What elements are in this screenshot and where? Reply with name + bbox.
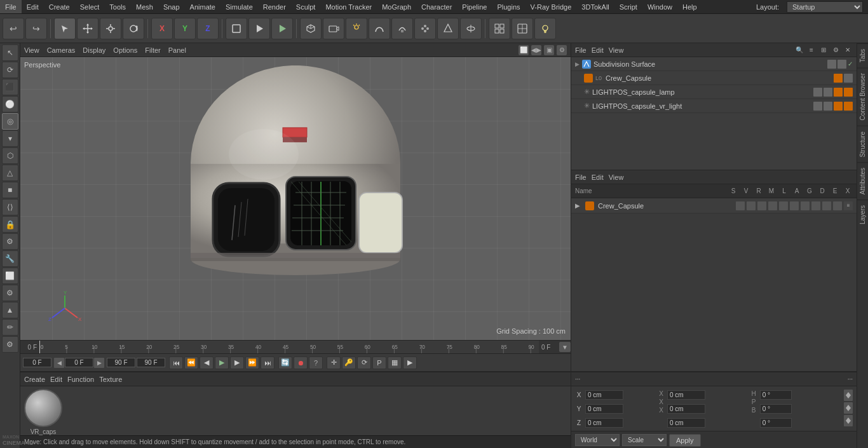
menu-sculpt[interactable]: Sculpt bbox=[291, 0, 321, 13]
left-tool-sq[interactable]: ■ bbox=[2, 182, 18, 198]
menu-vray[interactable]: V-Ray Bridge bbox=[526, 0, 577, 13]
left-tool-rotate[interactable]: ⟳ bbox=[2, 62, 18, 78]
coord-arrow-1[interactable] bbox=[844, 390, 853, 401]
menu-plugins[interactable]: Plugins bbox=[492, 0, 525, 13]
menu-script[interactable]: Script bbox=[614, 0, 642, 13]
grid-btn[interactable] bbox=[489, 18, 510, 39]
camera-btn[interactable] bbox=[323, 18, 344, 39]
side-tab-layers[interactable]: Layers bbox=[857, 200, 868, 229]
view-btn[interactable] bbox=[512, 18, 533, 39]
prev-frame-btn[interactable]: ⏪ bbox=[184, 356, 198, 369]
end-frame-input-2[interactable] bbox=[137, 358, 165, 367]
autokey-btn[interactable]: P bbox=[372, 356, 386, 369]
obj-close-icon[interactable]: ✕ bbox=[843, 45, 853, 55]
start-frame-input[interactable] bbox=[65, 358, 93, 367]
menu-render[interactable]: Render bbox=[258, 0, 291, 13]
effector-btn[interactable] bbox=[437, 18, 459, 39]
menu-mograph[interactable]: MoGraph bbox=[377, 0, 416, 13]
coord-h-input[interactable] bbox=[760, 390, 792, 400]
menu-file[interactable]: File bbox=[0, 0, 22, 13]
left-tool-cfg[interactable]: ⚙ bbox=[2, 336, 18, 353]
goto-start-btn[interactable]: ⏮ bbox=[169, 356, 183, 369]
world-dropdown[interactable]: World bbox=[575, 434, 620, 446]
left-tool-hex[interactable]: ⬡ bbox=[2, 147, 18, 164]
z-axis-btn[interactable]: Z bbox=[197, 18, 219, 39]
frame-step-up[interactable]: ▶ bbox=[94, 358, 104, 368]
mat-menu-create[interactable]: Create bbox=[24, 376, 45, 383]
next-frame-btn[interactable]: ⏩ bbox=[245, 356, 259, 369]
left-tool-lock[interactable]: 🔒 bbox=[2, 216, 18, 233]
left-tool-settings[interactable]: ⚙ bbox=[2, 233, 18, 250]
coord-arrow-3[interactable] bbox=[844, 415, 853, 426]
vp-icon-1[interactable]: ⬜ bbox=[519, 45, 529, 55]
menu-3dtoall[interactable]: 3DTokAll bbox=[576, 0, 614, 13]
menu-tools[interactable]: Tools bbox=[104, 0, 131, 13]
key-btn[interactable]: 🔑 bbox=[342, 356, 356, 369]
vp-menu-cameras[interactable]: Cameras bbox=[47, 46, 76, 54]
snap-btn[interactable]: ✛ bbox=[327, 356, 341, 369]
viewport[interactable]: Perspective bbox=[20, 57, 571, 340]
render-preview-btn[interactable] bbox=[248, 18, 270, 39]
coord-ry-input[interactable] bbox=[667, 404, 705, 414]
timeline-end-btn[interactable]: ▼ bbox=[559, 342, 571, 352]
object-mode-btn[interactable] bbox=[226, 18, 247, 39]
coord-rx-input[interactable] bbox=[667, 390, 705, 400]
obj-settings-icon[interactable]: ⚙ bbox=[831, 45, 841, 55]
loop-btn[interactable]: 🔄 bbox=[278, 356, 292, 369]
mat-menu-function[interactable]: Function bbox=[67, 376, 94, 383]
goto-end-btn[interactable]: ⏭ bbox=[261, 356, 275, 369]
coord-x-input[interactable] bbox=[585, 390, 623, 400]
vp-icon-4[interactable]: ⚙ bbox=[557, 45, 567, 55]
obj-expand-icon[interactable]: ⊞ bbox=[818, 45, 829, 55]
menu-animate[interactable]: Animate bbox=[185, 0, 220, 13]
vp-icon-3[interactable]: ▣ bbox=[544, 45, 554, 55]
obj-light-vr[interactable]: ✳ LIGHTPOS_capsule_vr_light bbox=[571, 99, 857, 113]
scale-dropdown[interactable]: Scale bbox=[622, 434, 667, 446]
vp-menu-filter[interactable]: Filter bbox=[145, 46, 160, 54]
layout-dropdown[interactable]: Startup bbox=[787, 1, 863, 13]
attr-menu-file[interactable]: File bbox=[575, 173, 587, 181]
preview-btn[interactable]: ▶ bbox=[403, 356, 417, 369]
left-tool-arrow[interactable]: ↖ bbox=[2, 44, 18, 61]
menu-edit[interactable]: Edit bbox=[22, 0, 44, 13]
grid-play-btn[interactable]: ▦ bbox=[388, 356, 402, 369]
attr-menu-view[interactable]: View bbox=[609, 173, 624, 181]
prev-step-btn[interactable]: ◀ bbox=[200, 356, 214, 369]
attr-menu-edit[interactable]: Edit bbox=[592, 173, 604, 181]
render-btn[interactable] bbox=[271, 18, 293, 39]
vp-menu-display[interactable]: Display bbox=[83, 46, 105, 54]
left-tool-gear[interactable]: ⚙ bbox=[2, 285, 18, 301]
timeline-btn[interactable]: ⟳ bbox=[357, 356, 371, 369]
left-tool-pen[interactable]: ✏ bbox=[2, 319, 18, 336]
coord-b-input[interactable] bbox=[760, 418, 792, 428]
help-btn[interactable]: ? bbox=[309, 356, 323, 369]
move-btn[interactable] bbox=[77, 18, 98, 39]
mograph-btn[interactable] bbox=[414, 18, 436, 39]
end-frame-input-1[interactable] bbox=[107, 358, 135, 367]
timeline-track[interactable]: 0 5 10 15 20 25 30 35 bbox=[39, 341, 539, 353]
left-tool-fill[interactable]: ▾ bbox=[2, 130, 18, 147]
left-tool-mirror[interactable]: 🔧 bbox=[2, 250, 18, 267]
left-tool-active[interactable]: ◎ bbox=[2, 113, 18, 130]
menu-window[interactable]: Window bbox=[642, 0, 677, 13]
left-tool-circle[interactable]: ⚪ bbox=[2, 96, 18, 112]
left-tool-tri[interactable]: △ bbox=[2, 165, 18, 181]
timeline-bar[interactable]: 0 F 0 5 10 15 20 bbox=[20, 340, 571, 354]
menu-help[interactable]: Help bbox=[677, 0, 702, 13]
play-btn[interactable]: ▶ bbox=[215, 356, 229, 369]
y-axis-btn[interactable]: Y bbox=[174, 18, 196, 39]
coord-y-input[interactable] bbox=[585, 404, 623, 414]
menu-pipeline[interactable]: Pipeline bbox=[457, 0, 492, 13]
record-btn[interactable]: ⏺ bbox=[294, 356, 308, 369]
left-tool-arrow2[interactable]: ▲ bbox=[2, 302, 18, 318]
obj-crew-capsule[interactable]: L0 Crew_Capsule bbox=[571, 71, 857, 85]
left-tool-loop[interactable]: ⟨⟩ bbox=[2, 199, 18, 215]
mat-menu-edit[interactable]: Edit bbox=[50, 376, 62, 383]
menu-mesh[interactable]: Mesh bbox=[131, 0, 158, 13]
coord-p-input[interactable] bbox=[760, 404, 792, 414]
undo-btn[interactable]: ↩ bbox=[3, 18, 24, 39]
side-tab-attributes[interactable]: Attributes bbox=[857, 162, 868, 200]
bulb-btn[interactable] bbox=[534, 18, 556, 39]
attr-object-row[interactable]: ▶ Crew_Capsule ≡ bbox=[571, 198, 857, 214]
current-frame-input[interactable] bbox=[23, 358, 51, 367]
